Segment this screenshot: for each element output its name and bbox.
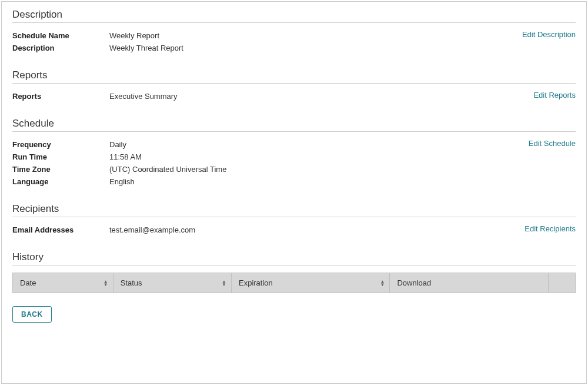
schedule-section: Schedule Edit Schedule Frequency Daily R…	[12, 118, 576, 188]
history-col-status-label: Status	[121, 278, 142, 287]
description-value: Weekly Threat Report	[109, 42, 183, 54]
history-col-expiration-label: Expiration	[239, 278, 273, 287]
description-label: Description	[12, 42, 109, 54]
history-col-actions	[549, 273, 576, 293]
reports-value: Executive Summary	[109, 91, 178, 102]
sort-icon: ▲▼	[103, 280, 108, 286]
history-col-date[interactable]: Date ▲▼	[13, 273, 113, 293]
schedule-header: Schedule	[12, 118, 576, 132]
reports-header: Reports	[12, 69, 576, 84]
history-section: History Date ▲▼ Status ▲▼ Expiration ▲▼	[12, 251, 576, 323]
history-col-date-label: Date	[20, 278, 36, 287]
emails-label: Email Addresses	[12, 224, 109, 236]
history-col-status[interactable]: Status ▲▼	[113, 273, 231, 293]
timezone-label: Time Zone	[12, 164, 109, 175]
reports-row: Reports Executive Summary	[12, 91, 576, 102]
history-col-download-label: Download	[397, 278, 431, 287]
recipients-header: Recipients	[12, 203, 576, 217]
history-col-expiration[interactable]: Expiration ▲▼	[232, 273, 390, 293]
schedule-name-value: Weekly Report	[109, 30, 159, 42]
reports-section: Reports Edit Reports Reports Executive S…	[12, 69, 576, 102]
reports-body: Edit Reports Reports Executive Summary	[12, 91, 576, 102]
sort-icon: ▲▼	[380, 280, 385, 286]
history-table: Date ▲▼ Status ▲▼ Expiration ▲▼ Download	[12, 273, 576, 293]
back-button[interactable]: BACK	[12, 306, 52, 323]
reports-label: Reports	[12, 91, 109, 102]
frequency-label: Frequency	[12, 139, 109, 151]
emails-value: test.email@example.com	[109, 224, 195, 236]
frequency-value: Daily	[109, 139, 126, 151]
edit-description-link[interactable]: Edit Description	[522, 30, 576, 39]
schedule-name-label: Schedule Name	[12, 30, 109, 42]
edit-reports-link[interactable]: Edit Reports	[533, 91, 576, 99]
description-row: Description Weekly Threat Report	[12, 42, 576, 54]
schedule-name-row: Schedule Name Weekly Report	[12, 30, 576, 42]
description-header: Description	[12, 9, 576, 23]
edit-recipients-link[interactable]: Edit Recipients	[524, 224, 576, 233]
timezone-row: Time Zone (UTC) Coordinated Universal Ti…	[12, 164, 576, 175]
timezone-value: (UTC) Coordinated Universal Time	[109, 164, 226, 175]
recipients-section: Recipients Edit Recipients Email Address…	[12, 203, 576, 236]
recipients-body: Edit Recipients Email Addresses test.ema…	[12, 224, 576, 236]
frequency-row: Frequency Daily	[12, 139, 576, 151]
history-header: History	[12, 251, 576, 265]
runtime-value: 11:58 AM	[109, 151, 142, 163]
runtime-label: Run Time	[12, 151, 109, 163]
description-section: Description Edit Description Schedule Na…	[12, 9, 576, 54]
edit-schedule-link[interactable]: Edit Schedule	[529, 139, 576, 148]
schedule-body: Edit Schedule Frequency Daily Run Time 1…	[12, 139, 576, 188]
sort-icon: ▲▼	[222, 280, 226, 286]
history-col-download[interactable]: Download	[390, 273, 549, 293]
language-row: Language English	[12, 176, 576, 188]
emails-row: Email Addresses test.email@example.com	[12, 224, 576, 236]
runtime-row: Run Time 11:58 AM	[12, 151, 576, 163]
description-body: Edit Description Schedule Name Weekly Re…	[12, 30, 576, 54]
language-value: English	[109, 176, 135, 188]
schedule-detail-panel: Description Edit Description Schedule Na…	[1, 1, 587, 384]
language-label: Language	[12, 176, 109, 188]
